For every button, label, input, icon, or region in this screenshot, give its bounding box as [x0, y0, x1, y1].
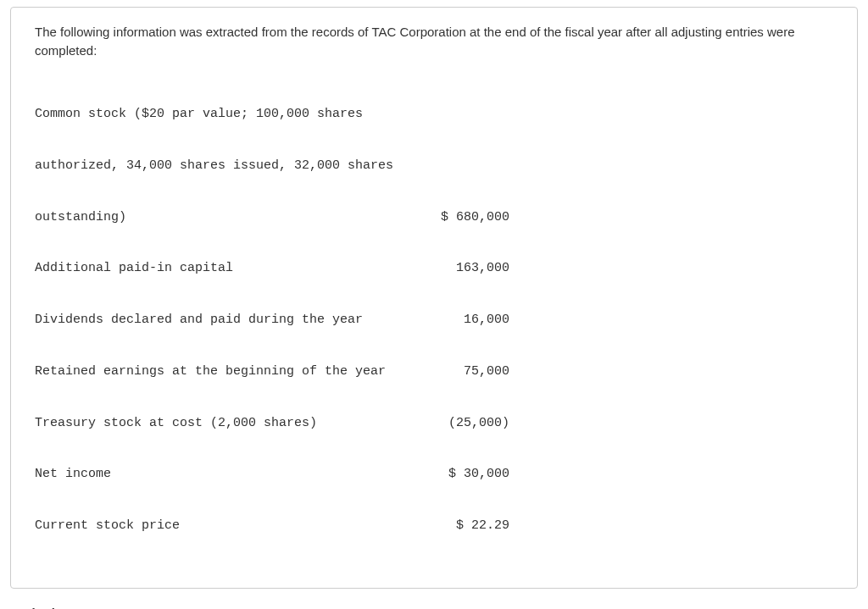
- records-price-label: Current stock price: [35, 518, 399, 534]
- records-treasury-label: Treasury stock at cost (2,000 shares): [35, 415, 399, 432]
- records-re-label: Retained earnings at the beginning of th…: [35, 363, 399, 380]
- records-ni-value: $ 30,000: [399, 466, 509, 483]
- records-ni-label: Net income: [35, 466, 399, 483]
- records-div-label: Dividends declared and paid during the y…: [35, 312, 399, 329]
- required-section: Required 1. Prepare the stockholders' eq…: [0, 604, 858, 609]
- records-cs-value: $ 680,000: [399, 209, 509, 226]
- records-div-value: 16,000: [399, 312, 509, 329]
- required-heading: Required: [0, 604, 858, 609]
- records-block: Common stock ($20 par value; 100,000 sha…: [35, 72, 833, 569]
- records-treasury-value: (25,000): [399, 415, 509, 432]
- records-price-value: $ 22.29: [399, 518, 509, 534]
- records-cs-line2: authorized, 34,000 shares issued, 32,000…: [35, 158, 833, 174]
- records-apic-value: 163,000: [399, 260, 509, 277]
- info-card: The following information was extracted …: [10, 7, 858, 589]
- records-cs-line3: outstanding): [35, 209, 399, 226]
- intro-text: The following information was extracted …: [35, 23, 833, 60]
- records-cs-line1: Common stock ($20 par value; 100,000 sha…: [35, 106, 833, 123]
- records-apic-label: Additional paid-in capital: [35, 260, 399, 277]
- records-re-value: 75,000: [399, 363, 509, 380]
